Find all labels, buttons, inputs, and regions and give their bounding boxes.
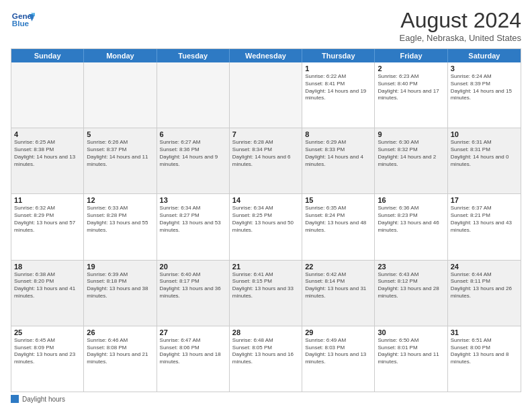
calendar-cell: 21Sunrise: 6:41 AM Sunset: 8:15 PM Dayli…	[230, 261, 302, 326]
calendar-cell: 11Sunrise: 6:32 AM Sunset: 8:29 PM Dayli…	[11, 194, 84, 259]
day-info: Sunrise: 6:24 AM Sunset: 8:39 PM Dayligh…	[451, 73, 518, 102]
day-info: Sunrise: 6:47 AM Sunset: 8:06 PM Dayligh…	[160, 337, 226, 366]
calendar-cell	[157, 62, 230, 128]
calendar-cell	[11, 62, 84, 128]
calendar-cell: 14Sunrise: 6:34 AM Sunset: 8:25 PM Dayli…	[230, 194, 302, 259]
header-monday: Monday	[84, 49, 157, 62]
day-info: Sunrise: 6:50 AM Sunset: 8:01 PM Dayligh…	[378, 337, 444, 366]
calendar-cell: 22Sunrise: 6:42 AM Sunset: 8:14 PM Dayli…	[302, 261, 375, 326]
day-info: Sunrise: 6:46 AM Sunset: 8:08 PM Dayligh…	[87, 337, 153, 366]
calendar-body: 1Sunrise: 6:22 AM Sunset: 8:41 PM Daylig…	[11, 62, 521, 392]
day-number: 6	[160, 130, 226, 138]
day-number: 2	[378, 64, 444, 73]
day-number: 29	[305, 328, 371, 336]
calendar-cell: 3Sunrise: 6:24 AM Sunset: 8:39 PM Daylig…	[448, 62, 521, 128]
day-number: 27	[160, 328, 226, 336]
day-info: Sunrise: 6:28 AM Sunset: 8:34 PM Dayligh…	[232, 139, 299, 168]
day-info: Sunrise: 6:37 AM Sunset: 8:21 PM Dayligh…	[451, 205, 518, 234]
day-info: Sunrise: 6:33 AM Sunset: 8:28 PM Dayligh…	[87, 205, 153, 234]
day-info: Sunrise: 6:30 AM Sunset: 8:32 PM Dayligh…	[378, 139, 444, 168]
day-number: 1	[305, 64, 371, 73]
title-area: August 2024 Eagle, Nebraska, United Stat…	[400, 8, 521, 43]
calendar-cell: 24Sunrise: 6:44 AM Sunset: 8:11 PM Dayli…	[448, 261, 521, 326]
day-number: 11	[14, 196, 81, 204]
footer: Daylight hours	[11, 395, 521, 403]
day-info: Sunrise: 6:44 AM Sunset: 8:11 PM Dayligh…	[451, 271, 518, 300]
day-number: 13	[160, 196, 226, 204]
page: General Blue General Blue August 2024 Ea…	[0, 0, 532, 411]
location: Eagle, Nebraska, United States	[400, 33, 521, 43]
svg-text:Blue: Blue	[12, 19, 30, 28]
calendar-cell: 30Sunrise: 6:50 AM Sunset: 8:01 PM Dayli…	[375, 326, 447, 392]
month-title: August 2024	[400, 8, 521, 33]
day-number: 19	[87, 263, 153, 271]
calendar-week-4: 18Sunrise: 6:38 AM Sunset: 8:20 PM Dayli…	[11, 261, 521, 326]
day-number: 18	[14, 263, 81, 271]
calendar-cell: 17Sunrise: 6:37 AM Sunset: 8:21 PM Dayli…	[448, 194, 521, 259]
calendar-cell: 10Sunrise: 6:31 AM Sunset: 8:31 PM Dayli…	[448, 128, 521, 193]
calendar-cell: 4Sunrise: 6:25 AM Sunset: 8:38 PM Daylig…	[11, 128, 84, 193]
day-info: Sunrise: 6:26 AM Sunset: 8:37 PM Dayligh…	[87, 139, 153, 168]
day-number: 7	[232, 130, 299, 138]
day-number: 31	[451, 328, 518, 336]
calendar-cell: 25Sunrise: 6:45 AM Sunset: 8:09 PM Dayli…	[11, 326, 84, 392]
day-info: Sunrise: 6:32 AM Sunset: 8:29 PM Dayligh…	[14, 205, 81, 234]
calendar-cell: 26Sunrise: 6:46 AM Sunset: 8:08 PM Dayli…	[84, 326, 157, 392]
day-number: 21	[232, 263, 299, 271]
calendar-cell: 20Sunrise: 6:40 AM Sunset: 8:17 PM Dayli…	[157, 261, 230, 326]
day-info: Sunrise: 6:36 AM Sunset: 8:23 PM Dayligh…	[378, 205, 444, 234]
day-info: Sunrise: 6:34 AM Sunset: 8:25 PM Dayligh…	[232, 205, 299, 234]
day-number: 8	[305, 130, 371, 138]
calendar-week-2: 4Sunrise: 6:25 AM Sunset: 8:38 PM Daylig…	[11, 128, 521, 194]
day-info: Sunrise: 6:45 AM Sunset: 8:09 PM Dayligh…	[14, 337, 81, 366]
calendar-week-5: 25Sunrise: 6:45 AM Sunset: 8:09 PM Dayli…	[11, 326, 521, 392]
calendar-cell: 29Sunrise: 6:49 AM Sunset: 8:03 PM Dayli…	[302, 326, 375, 392]
calendar-cell: 19Sunrise: 6:39 AM Sunset: 8:18 PM Dayli…	[84, 261, 157, 326]
header-wednesday: Wednesday	[230, 49, 302, 62]
day-info: Sunrise: 6:42 AM Sunset: 8:14 PM Dayligh…	[305, 271, 371, 300]
day-info: Sunrise: 6:29 AM Sunset: 8:33 PM Dayligh…	[305, 139, 371, 168]
day-number: 10	[451, 130, 518, 138]
header-tuesday: Tuesday	[157, 49, 230, 62]
calendar-cell	[230, 62, 302, 128]
day-info: Sunrise: 6:38 AM Sunset: 8:20 PM Dayligh…	[14, 271, 81, 300]
day-info: Sunrise: 6:27 AM Sunset: 8:36 PM Dayligh…	[160, 139, 226, 168]
day-number: 15	[305, 196, 371, 204]
day-info: Sunrise: 6:39 AM Sunset: 8:18 PM Dayligh…	[87, 271, 153, 300]
day-number: 9	[378, 130, 444, 138]
calendar-cell: 31Sunrise: 6:51 AM Sunset: 8:00 PM Dayli…	[448, 326, 521, 392]
day-number: 22	[305, 263, 371, 271]
day-number: 3	[451, 64, 518, 73]
day-info: Sunrise: 6:48 AM Sunset: 8:05 PM Dayligh…	[232, 337, 299, 366]
day-info: Sunrise: 6:22 AM Sunset: 8:41 PM Dayligh…	[305, 73, 371, 102]
day-info: Sunrise: 6:34 AM Sunset: 8:27 PM Dayligh…	[160, 205, 226, 234]
day-number: 16	[378, 196, 444, 204]
calendar-cell: 15Sunrise: 6:35 AM Sunset: 8:24 PM Dayli…	[302, 194, 375, 259]
header-sunday: Sunday	[11, 49, 84, 62]
day-info: Sunrise: 6:40 AM Sunset: 8:17 PM Dayligh…	[160, 271, 226, 300]
calendar-cell: 18Sunrise: 6:38 AM Sunset: 8:20 PM Dayli…	[11, 261, 84, 326]
calendar-cell: 12Sunrise: 6:33 AM Sunset: 8:28 PM Dayli…	[84, 194, 157, 259]
day-number: 4	[14, 130, 81, 138]
calendar: Sunday Monday Tuesday Wednesday Thursday…	[11, 48, 521, 392]
header: General Blue General Blue August 2024 Ea…	[11, 8, 521, 43]
calendar-cell: 1Sunrise: 6:22 AM Sunset: 8:41 PM Daylig…	[302, 62, 375, 128]
calendar-cell: 28Sunrise: 6:48 AM Sunset: 8:05 PM Dayli…	[230, 326, 302, 392]
calendar-cell: 7Sunrise: 6:28 AM Sunset: 8:34 PM Daylig…	[230, 128, 302, 193]
calendar-week-1: 1Sunrise: 6:22 AM Sunset: 8:41 PM Daylig…	[11, 62, 521, 128]
day-info: Sunrise: 6:25 AM Sunset: 8:38 PM Dayligh…	[14, 139, 81, 168]
day-number: 30	[378, 328, 444, 336]
header-thursday: Thursday	[302, 49, 375, 62]
day-info: Sunrise: 6:41 AM Sunset: 8:15 PM Dayligh…	[232, 271, 299, 300]
day-number: 5	[87, 130, 153, 138]
calendar-week-3: 11Sunrise: 6:32 AM Sunset: 8:29 PM Dayli…	[11, 194, 521, 260]
calendar-cell: 23Sunrise: 6:43 AM Sunset: 8:12 PM Dayli…	[375, 261, 447, 326]
calendar-cell: 6Sunrise: 6:27 AM Sunset: 8:36 PM Daylig…	[157, 128, 230, 193]
day-info: Sunrise: 6:23 AM Sunset: 8:40 PM Dayligh…	[378, 73, 444, 102]
calendar-cell: 9Sunrise: 6:30 AM Sunset: 8:32 PM Daylig…	[375, 128, 447, 193]
calendar-cell: 27Sunrise: 6:47 AM Sunset: 8:06 PM Dayli…	[157, 326, 230, 392]
day-number: 25	[14, 328, 81, 336]
calendar-cell: 13Sunrise: 6:34 AM Sunset: 8:27 PM Dayli…	[157, 194, 230, 259]
day-number: 20	[160, 263, 226, 271]
day-number: 24	[451, 263, 518, 271]
